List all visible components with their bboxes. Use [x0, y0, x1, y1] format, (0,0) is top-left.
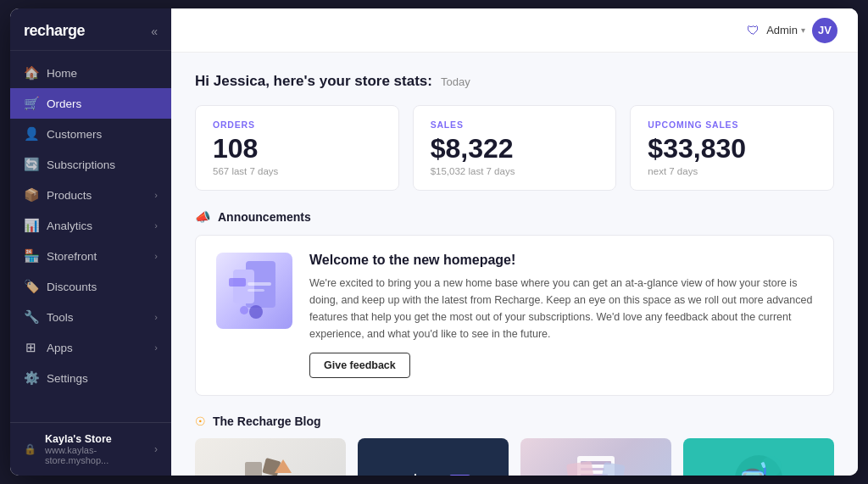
sidebar: recharge « 🏠 Home 🛒 Orders 👤 Customers 🔄… — [10, 8, 171, 476]
analytics-icon: 📊 — [24, 218, 38, 233]
blog-card-3[interactable]: 🤿 Making the most of Recharge Merchant A… — [683, 438, 834, 476]
announcements-title: Announcements — [218, 210, 311, 224]
sidebar-item-apps[interactable]: ⊞ Apps › — [10, 332, 171, 363]
sidebar-item-label: Customers — [47, 128, 102, 141]
blog-thumb-subscription — [520, 438, 671, 476]
sidebar-item-label: Analytics — [47, 220, 92, 232]
sidebar-item-subscriptions[interactable]: 🔄 Subscriptions — [10, 149, 171, 180]
chevron-icon: › — [154, 190, 158, 200]
storefront-icon: 🏪 — [24, 248, 38, 264]
admin-label: Admin ▾ — [766, 24, 805, 36]
page-content: Hi Jessica, here's your store stats: Tod… — [171, 53, 858, 476]
feedback-button[interactable]: Give feedback — [309, 353, 410, 378]
sidebar-item-label: Tools — [47, 311, 74, 324]
topbar: 🛡 Admin ▾ JV — [171, 8, 858, 53]
sidebar-item-home[interactable]: 🏠 Home — [10, 58, 171, 88]
announcement-card: Welcome to the new homepage! We're excit… — [195, 235, 834, 396]
sidebar-logo-area: recharge « — [10, 8, 171, 51]
svg-rect-18 — [566, 460, 596, 476]
announcements-header: 📣 Announcements — [195, 209, 834, 225]
apps-icon: ⊞ — [24, 340, 38, 355]
stat-value: 108 — [213, 135, 381, 162]
sidebar-item-storefront[interactable]: 🏪 Storefront › — [10, 241, 171, 271]
sidebar-footer[interactable]: 🔒 Kayla's Store www.kaylas-store.myshop.… — [10, 422, 171, 476]
sidebar-nav: 🏠 Home 🛒 Orders 👤 Customers 🔄 Subscripti… — [10, 51, 171, 422]
sidebar-item-label: Settings — [47, 372, 88, 385]
stat-card-2: UPCOMING SALES $33,830 next 7 days — [630, 105, 834, 191]
sidebar-item-label: Apps — [47, 342, 73, 354]
store-url: www.kaylas-store.myshop... — [45, 445, 146, 465]
svg-rect-3 — [248, 282, 271, 286]
blog-thumb-shapes — [195, 438, 346, 476]
discounts-icon: 🏷️ — [24, 279, 38, 294]
stat-label: ORDERS — [213, 120, 381, 130]
svg-point-6 — [240, 306, 248, 314]
settings-icon: ⚙️ — [24, 370, 38, 386]
sidebar-item-discounts[interactable]: 🏷️ Discounts — [10, 271, 171, 302]
products-icon: 📦 — [24, 187, 38, 203]
chevron-icon: › — [154, 342, 158, 353]
sidebar-item-products[interactable]: 📦 Products › — [10, 180, 171, 210]
chevron-icon: › — [154, 312, 158, 322]
stat-value: $8,322 — [431, 135, 599, 162]
subscriptions-icon: 🔄 — [24, 157, 38, 172]
blog-thumb-api: rechargeAPI — [358, 438, 509, 476]
stat-sub: 567 last 7 days — [213, 166, 381, 176]
sidebar-item-analytics[interactable]: 📊 Analytics › — [10, 210, 171, 241]
store-info: Kayla's Store www.kaylas-store.myshop... — [45, 433, 146, 465]
announcement-title: Welcome to the new homepage! — [309, 253, 813, 268]
sidebar-item-orders[interactable]: 🛒 Orders — [10, 88, 171, 119]
greeting-row: Hi Jessica, here's your store stats: Tod… — [195, 73, 834, 90]
blog-grid: Subscription management 101: Breaking do… — [195, 438, 834, 476]
rss-icon: ☉ — [195, 414, 206, 428]
stat-card-1: SALES $8,322 $15,032 last 7 days — [413, 105, 617, 191]
sidebar-item-label: Home — [47, 67, 77, 80]
greeting-text: Hi Jessica, here's your store stats: — [195, 73, 432, 90]
shield-icon: 🛡 — [747, 23, 760, 37]
stat-value: $33,830 — [648, 135, 816, 162]
svg-rect-8 — [262, 458, 281, 476]
megaphone-icon: 📣 — [195, 209, 211, 225]
sidebar-item-label: Products — [47, 189, 92, 202]
stat-sub: $15,032 last 7 days — [431, 166, 599, 176]
date-label: Today — [441, 75, 470, 88]
customers-icon: 👤 — [24, 126, 38, 142]
sidebar-item-label: Discounts — [47, 281, 97, 293]
announcement-body: Welcome to the new homepage! We're excit… — [309, 253, 813, 378]
stat-label: SALES — [431, 120, 599, 130]
avatar: JV — [812, 18, 837, 43]
api-logo: rechargeAPI — [396, 472, 470, 476]
svg-rect-4 — [248, 289, 264, 292]
sidebar-item-settings[interactable]: ⚙️ Settings — [10, 363, 171, 393]
sidebar-item-label: Orders — [47, 97, 81, 110]
home-icon: 🏠 — [24, 65, 38, 81]
blog-thumb-diver: 🤿 — [683, 438, 834, 476]
orders-icon: 🛒 — [24, 96, 38, 111]
stat-label: UPCOMING SALES — [648, 120, 816, 130]
blog-card-1[interactable]: rechargeAPI Empowering developers with a… — [358, 438, 509, 476]
blog-title: The Recharge Blog — [213, 414, 321, 428]
svg-rect-7 — [245, 462, 262, 476]
admin-badge[interactable]: 🛡 Admin ▾ JV — [747, 18, 837, 43]
blog-header: ☉ The Recharge Blog — [195, 414, 834, 428]
chevron-icon: › — [154, 251, 158, 261]
svg-rect-2 — [229, 278, 246, 287]
sidebar-item-customers[interactable]: 👤 Customers — [10, 119, 171, 149]
stat-card-0: ORDERS 108 567 last 7 days — [195, 105, 399, 191]
collapse-button[interactable]: « — [151, 25, 158, 38]
store-name: Kayla's Store — [45, 433, 146, 445]
stat-sub: next 7 days — [648, 166, 816, 176]
stats-row: ORDERS 108 567 last 7 days SALES $8,322 … — [195, 105, 834, 191]
main-content: 🛡 Admin ▾ JV Hi Jessica, here's your sto… — [171, 8, 858, 476]
sidebar-item-tools[interactable]: 🔧 Tools › — [10, 302, 171, 332]
logo-text: recharge — [24, 22, 85, 40]
chevron-down-icon: ▾ — [801, 25, 805, 35]
blog-card-2[interactable]: Recharge's subscription management evalu… — [520, 438, 671, 476]
svg-point-5 — [249, 305, 263, 319]
chevron-icon: › — [154, 220, 158, 231]
sidebar-item-label: Storefront — [47, 250, 97, 263]
app-window: recharge « 🏠 Home 🛒 Orders 👤 Customers 🔄… — [10, 8, 858, 476]
blog-card-0[interactable]: Subscription management 101: Breaking do… — [195, 438, 346, 476]
lock-icon: 🔒 — [24, 443, 36, 455]
tools-icon: 🔧 — [24, 309, 38, 325]
